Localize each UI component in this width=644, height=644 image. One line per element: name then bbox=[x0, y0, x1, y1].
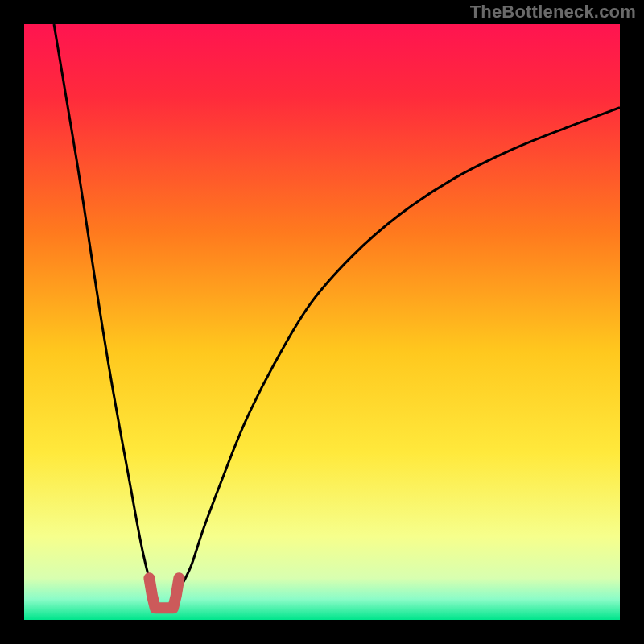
bottleneck-chart bbox=[24, 24, 620, 620]
chart-frame: TheBottleneck.com bbox=[0, 0, 644, 644]
watermark-text: TheBottleneck.com bbox=[470, 2, 636, 23]
gradient-background bbox=[24, 24, 620, 620]
